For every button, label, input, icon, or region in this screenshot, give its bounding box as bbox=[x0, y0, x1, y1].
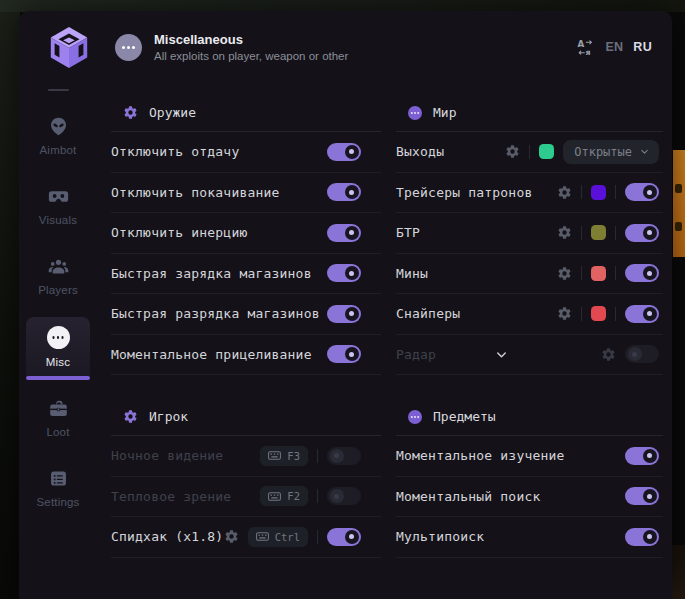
option-row-multi-search: Мультипоиск bbox=[396, 517, 663, 558]
option-label: Моментальное изучение bbox=[396, 448, 565, 463]
ellipsis-icon bbox=[408, 106, 422, 120]
divider bbox=[48, 89, 69, 91]
gear-icon[interactable] bbox=[557, 185, 572, 200]
divider bbox=[529, 145, 530, 159]
ellipsis-icon bbox=[47, 326, 70, 349]
players-icon bbox=[48, 256, 69, 277]
sidebar-item-visuals[interactable]: Visuals bbox=[26, 177, 90, 234]
language-switcher: EN RU bbox=[576, 38, 652, 57]
section-title: Предметы bbox=[433, 409, 496, 424]
gear-icon[interactable] bbox=[505, 144, 520, 159]
ellipsis-icon bbox=[127, 46, 130, 49]
toggle-switch[interactable] bbox=[625, 487, 659, 505]
option-label: Снайперы bbox=[396, 306, 460, 321]
toggle-switch[interactable] bbox=[625, 447, 659, 465]
toggle-switch[interactable] bbox=[625, 345, 659, 363]
divider bbox=[615, 226, 616, 240]
game-background-right bbox=[672, 12, 685, 599]
option-label: Быстрая разрядка магазинов bbox=[111, 306, 320, 321]
sidebar-item-label: Loot bbox=[46, 426, 69, 438]
toggle-switch[interactable] bbox=[327, 183, 361, 201]
toggle-switch[interactable] bbox=[327, 264, 361, 282]
option-row-speedhack: Спидхак (x1.8) Ctrl bbox=[111, 517, 381, 558]
toggle-switch[interactable] bbox=[625, 264, 659, 282]
toggle-switch[interactable] bbox=[327, 528, 361, 546]
divider bbox=[317, 530, 318, 544]
chevron-down-icon[interactable] bbox=[494, 347, 509, 362]
section-title: Игрок bbox=[149, 409, 188, 424]
option-label: Спидхак (x1.8) bbox=[111, 529, 223, 544]
color-swatch[interactable] bbox=[539, 144, 554, 159]
divider bbox=[581, 185, 582, 199]
page-subtitle: All exploits on player, weapon or other bbox=[154, 50, 348, 62]
toggle-switch[interactable] bbox=[327, 224, 361, 242]
option-row-snipers: Снайперы bbox=[396, 294, 663, 335]
toggle-switch[interactable] bbox=[625, 183, 659, 201]
page-avatar bbox=[115, 34, 142, 61]
gear-icon[interactable] bbox=[557, 306, 572, 321]
sidebar-item-label: Misc bbox=[46, 356, 70, 368]
keyboard-icon bbox=[268, 492, 281, 501]
sidebar-item-aimbot[interactable]: Aimbot bbox=[26, 107, 90, 164]
lang-en-button[interactable]: EN bbox=[605, 40, 623, 54]
toggle-switch[interactable] bbox=[625, 528, 659, 546]
lang-ru-button[interactable]: RU bbox=[633, 40, 652, 54]
gear-icon bbox=[123, 105, 138, 120]
sidebar-item-label: Visuals bbox=[39, 214, 77, 226]
sidebar-item-misc[interactable]: Misc bbox=[26, 317, 90, 376]
option-row-night-vision: Ночное видение F3 bbox=[111, 436, 381, 477]
hotkey-badge[interactable]: Ctrl bbox=[248, 527, 308, 547]
color-swatch[interactable] bbox=[591, 185, 606, 200]
header: Miscellaneous All exploits on player, we… bbox=[19, 11, 672, 83]
option-label: Тепловое зрение bbox=[111, 489, 231, 504]
sidebar-item-label: Settings bbox=[36, 496, 79, 508]
section-title: Оружие bbox=[149, 105, 196, 120]
gear-icon[interactable] bbox=[557, 225, 572, 240]
toggle-switch[interactable] bbox=[327, 345, 361, 363]
option-row-instant-search: Моментальный поиск bbox=[396, 477, 663, 518]
option-label: Трейсеры патронов bbox=[396, 185, 532, 200]
option-label: Отключить отдачу bbox=[111, 144, 239, 159]
divider bbox=[615, 185, 616, 199]
option-label: Радар bbox=[396, 347, 436, 362]
cube-logo-icon bbox=[46, 24, 92, 70]
sidebar-item-loot[interactable]: Loot bbox=[26, 389, 90, 446]
option-label: Моментальный поиск bbox=[396, 489, 540, 504]
color-swatch[interactable] bbox=[591, 306, 606, 321]
toggle-switch[interactable] bbox=[327, 487, 361, 505]
divider bbox=[615, 307, 616, 321]
gear-icon[interactable] bbox=[601, 347, 616, 362]
app-logo bbox=[33, 24, 105, 70]
color-swatch[interactable] bbox=[591, 225, 606, 240]
sidebar-item-players[interactable]: Players bbox=[26, 247, 90, 304]
hotkey-label: F3 bbox=[287, 450, 300, 462]
option-row-radar: Радар bbox=[396, 335, 663, 376]
settings-list-icon bbox=[48, 468, 69, 489]
toggle-switch[interactable] bbox=[327, 305, 361, 323]
hotkey-label: Ctrl bbox=[275, 531, 300, 543]
toggle-switch[interactable] bbox=[327, 447, 361, 465]
exits-dropdown[interactable]: Открытые bbox=[563, 140, 659, 164]
toggle-switch[interactable] bbox=[625, 305, 659, 323]
gear-icon[interactable] bbox=[557, 266, 572, 281]
left-column: Оружие Отключить отдачу Отключить покачи… bbox=[111, 97, 381, 558]
hotkey-badge[interactable]: F3 bbox=[260, 446, 308, 466]
option-label: БТР bbox=[396, 225, 420, 240]
sidebar-item-settings[interactable]: Settings bbox=[26, 459, 90, 516]
section-header-weapon: Оружие bbox=[111, 97, 381, 131]
option-row-no-inertia: Отключить инерцию bbox=[111, 213, 381, 254]
gear-icon[interactable] bbox=[224, 529, 239, 544]
game-background-left bbox=[0, 12, 20, 599]
option-row-no-recoil: Отключить отдачу bbox=[111, 132, 381, 173]
toggle-switch[interactable] bbox=[327, 143, 361, 161]
hotkey-badge[interactable]: F2 bbox=[260, 486, 308, 506]
toggle-switch[interactable] bbox=[625, 224, 659, 242]
cheat-menu-window: Miscellaneous All exploits on player, we… bbox=[19, 11, 672, 599]
option-row-instant-ads: Моментальное прицеливание bbox=[111, 335, 381, 376]
color-swatch[interactable] bbox=[591, 266, 606, 281]
option-label: Мины bbox=[396, 266, 428, 281]
option-row-fast-reload: Быстрая зарядка магазинов bbox=[111, 254, 381, 295]
option-label: Быстрая зарядка магазинов bbox=[111, 266, 312, 281]
option-label: Моментальное прицеливание bbox=[111, 347, 312, 362]
chevron-down-icon bbox=[639, 146, 650, 157]
